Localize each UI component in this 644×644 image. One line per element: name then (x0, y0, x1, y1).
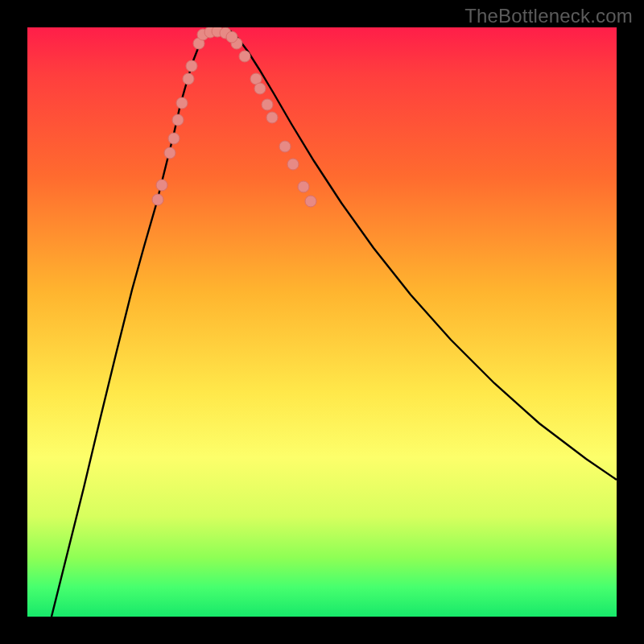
data-dot (186, 60, 197, 72)
watermark-text: TheBottleneck.com (464, 5, 633, 27)
data-dot (164, 147, 175, 159)
data-dot (176, 97, 188, 109)
left-curve (52, 31, 211, 617)
data-dot (183, 73, 194, 85)
data-dot (168, 133, 180, 144)
data-dots (152, 27, 316, 207)
data-dot (156, 180, 167, 191)
data-dot (279, 141, 291, 152)
data-dot (298, 181, 309, 192)
plot-area (27, 27, 617, 617)
data-dot (239, 51, 250, 62)
data-dot (254, 83, 266, 94)
data-dot (266, 112, 278, 123)
chart-frame: TheBottleneck.com (0, 0, 644, 644)
data-dot (152, 194, 163, 205)
curve-layer (27, 27, 617, 617)
data-dot (262, 99, 273, 110)
data-dot (305, 196, 316, 207)
data-dot (226, 31, 237, 43)
right-curve (230, 31, 617, 480)
data-dot (287, 159, 299, 170)
data-dot (172, 114, 184, 126)
